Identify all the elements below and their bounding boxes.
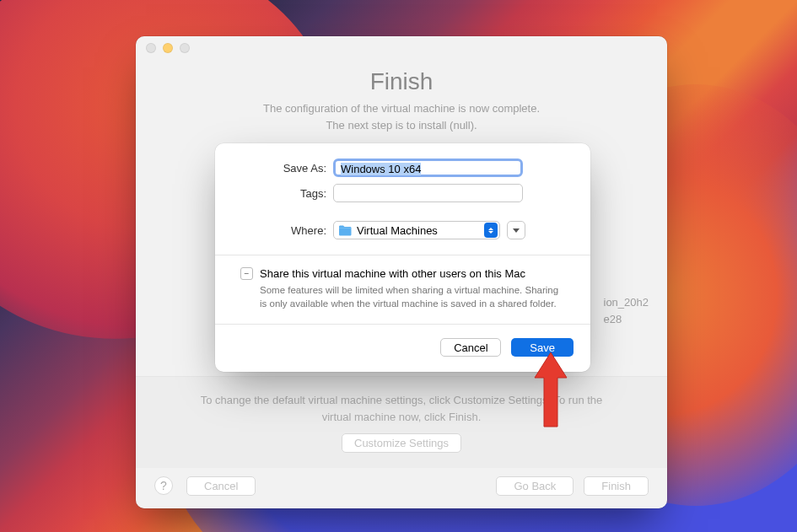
share-checkbox[interactable]: − [240,267,253,280]
share-description: Some features will be limited when shari… [260,283,565,310]
where-value: Virtual Machines [357,224,484,237]
zoom-button[interactable] [180,43,190,53]
save-button[interactable]: Save [511,338,574,357]
cancel-button[interactable]: Cancel [186,476,256,496]
cancel-button[interactable]: Cancel [440,338,501,357]
share-label: Share this virtual machine with other us… [260,267,525,280]
customize-settings-button[interactable]: Customize Settings [342,433,461,453]
tags-input[interactable] [333,184,523,202]
save-as-label: Save As: [215,162,333,175]
where-label: Where: [215,224,333,237]
page-title: Finish [170,68,633,95]
bottom-instructions: To change the default virtual machine se… [161,392,642,425]
save-as-input[interactable]: Windows 10 x64 [333,159,523,177]
chevron-down-icon [513,228,520,233]
save-dialog: Save As: Windows 10 x64 Tags: Where: Vir… [215,143,590,372]
finish-button[interactable]: Finish [584,476,649,496]
go-back-button[interactable]: Go Back [496,476,574,496]
help-button[interactable]: ? [154,476,173,495]
minimize-button[interactable] [163,43,173,53]
titlebar [136,36,667,60]
folder-icon [338,225,352,236]
expand-button[interactable] [507,221,525,239]
tags-label: Tags: [215,187,333,200]
close-button[interactable] [146,43,156,53]
page-subtitle: The configuration of the virtual machine… [170,100,633,133]
select-arrows-icon [484,223,498,238]
where-select[interactable]: Virtual Machines [333,221,500,239]
background-text: ion_20h2 e28 [604,294,649,327]
